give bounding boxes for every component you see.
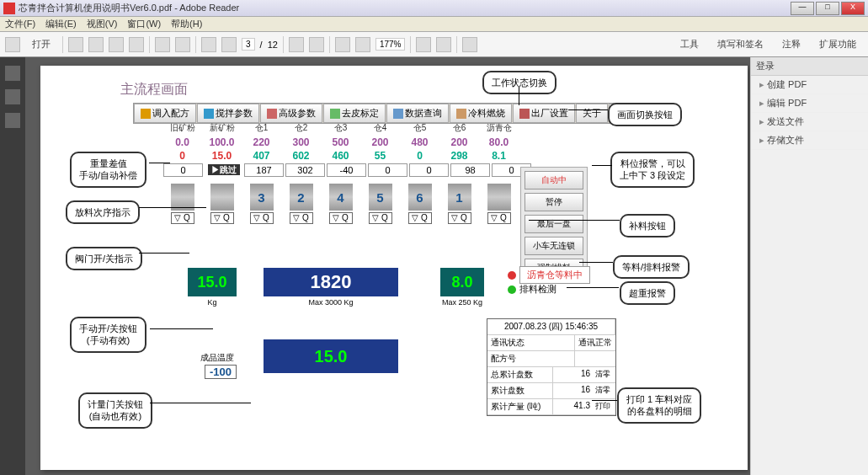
window-title: 芯青拌合计算机使用说明书Ver6.0.pdf - Adobe Reader — [19, 2, 791, 14]
valve-button: ▽ Q — [487, 212, 511, 224]
tool-icon[interactable] — [462, 37, 477, 52]
callout-gate: 计量门关按钮 (自动也有效) — [78, 392, 152, 429]
open-icon[interactable] — [5, 37, 20, 52]
bin-header: 新矿粉 — [202, 120, 242, 136]
maximize-button[interactable]: □ — [816, 2, 839, 15]
callout-manual: 手动开/关按钮 (手动有效) — [70, 317, 146, 353]
info-table: 2007.08.23 (四) 15:46:35 通讯状态通讯正常配方号总累计盘数… — [487, 318, 616, 416]
toolbar: 打开 3 / 12 177% 工具 填写和签名 注释 扩展功能 — [0, 32, 868, 57]
scale-1: 15.0 — [188, 268, 237, 296]
last-batch-button: 最后一盘 — [525, 215, 583, 233]
titlebar: 芯青拌合计算机使用说明书Ver6.0.pdf - Adobe Reader — … — [0, 0, 868, 17]
hopper: 5▽ Q — [360, 184, 400, 224]
close-button[interactable]: X — [841, 2, 865, 15]
attachment-icon[interactable] — [5, 113, 20, 128]
wait-alarm: 沥青仓等料中 — [508, 266, 590, 284]
minimize-button[interactable]: — — [791, 2, 814, 15]
no-interlock-button: 小车无连锁 — [525, 237, 583, 255]
print-icon[interactable] — [155, 37, 170, 52]
callout-print: 打印 1 车料对应 的各盘料的明细 — [617, 387, 701, 424]
menu-help[interactable]: 帮助(H) — [171, 18, 202, 30]
about-button: 关于 — [576, 104, 608, 123]
tools-button[interactable]: 工具 — [674, 36, 706, 52]
select-icon[interactable] — [289, 37, 304, 52]
valve-button: ▽ Q — [369, 212, 392, 224]
callout-screen: 画面切换按钮 — [608, 103, 682, 126]
bin-header: 仓5 — [400, 120, 439, 136]
app-icon — [3, 3, 15, 14]
mixer-display: 15.0 — [264, 339, 398, 373]
create-pdf[interactable]: 创建 PDF — [751, 76, 868, 94]
send-file[interactable]: 发送文件 — [751, 113, 868, 131]
valve-button: ▽ Q — [171, 212, 194, 224]
menu-edit[interactable]: 编辑(E) — [45, 18, 77, 30]
menu-view[interactable]: 视图(V) — [87, 18, 118, 30]
alarm-led-icon — [508, 271, 516, 280]
tool-icon[interactable] — [436, 37, 451, 52]
hopper: 2▽ Q — [281, 184, 321, 224]
tool-icon[interactable] — [88, 37, 104, 52]
hopper: ▽ Q — [202, 184, 242, 224]
info-row: 配方号 — [487, 351, 615, 367]
product-temp-value: -100 — [205, 365, 237, 379]
scale-main-label: Max 3000 Kg — [264, 298, 398, 307]
hopper: ▽ Q — [162, 184, 202, 224]
discharge-check: 排料检测 — [508, 283, 556, 296]
info-row: 通讯状态通讯正常 — [487, 335, 615, 351]
tool-icon[interactable] — [416, 37, 431, 52]
email-icon[interactable] — [175, 37, 190, 52]
info-row: 累计盘数16清零 — [487, 383, 615, 399]
pause-button: 暂停 — [525, 193, 583, 211]
prev-page-icon[interactable] — [201, 37, 216, 52]
product-temp-label: 成品温度 — [200, 352, 234, 364]
valve-button: ▽ Q — [250, 212, 274, 224]
status-led-icon — [508, 286, 516, 294]
valve-button: ▽ Q — [210, 212, 234, 224]
zoom-in-icon[interactable] — [355, 37, 370, 52]
valve-button: ▽ Q — [290, 212, 313, 224]
bin-table: 旧矿粉新矿粉仓1仓2仓3仓4仓5仓6沥青仓 0.0100.02203005002… — [162, 120, 532, 178]
tool-icon[interactable] — [68, 37, 83, 52]
bin-header: 仓3 — [321, 120, 360, 136]
next-page-icon[interactable] — [221, 37, 237, 52]
scale-3: 8.0 — [440, 268, 484, 296]
hoppers: ▽ Q▽ Q3▽ Q2▽ Q4▽ Q5▽ Q6▽ Q1▽ Q▽ Q — [162, 184, 519, 224]
menu-window[interactable]: 窗口(W) — [127, 18, 161, 30]
bookmark-icon[interactable] — [5, 89, 20, 104]
hopper: 6▽ Q — [400, 184, 439, 224]
hopper: 3▽ Q — [242, 184, 281, 224]
timestamp: 2007.08.23 (四) 15:46:35 — [487, 319, 615, 334]
store-file[interactable]: 存储文件 — [751, 131, 868, 150]
hand-icon[interactable] — [309, 37, 324, 52]
auto-button: 自动中 — [525, 171, 583, 189]
info-row: 累计产量 (吨)41.3打印 — [487, 399, 615, 415]
hopper: 1▽ Q — [439, 184, 479, 224]
menu-file[interactable]: 文件(F) — [5, 18, 35, 30]
valve-button: ▽ Q — [448, 212, 471, 224]
bin-header: 仓4 — [360, 120, 400, 136]
bin-header: 仓6 — [439, 120, 479, 136]
tool-icon[interactable] — [129, 37, 144, 52]
zoom-level[interactable]: 177% — [375, 38, 406, 51]
page-current[interactable]: 3 — [242, 38, 255, 51]
menubar: 文件(F) 编辑(E) 视图(V) 窗口(W) 帮助(H) — [0, 17, 868, 32]
tool-icon[interactable] — [109, 37, 124, 52]
signin-label[interactable]: 登录 — [756, 60, 775, 72]
zoom-out-icon[interactable] — [335, 37, 350, 52]
bin-header: 仓2 — [281, 120, 321, 136]
callout-supply: 补料按钮 — [620, 214, 675, 238]
open-button[interactable]: 打开 — [25, 36, 57, 52]
comment-button[interactable]: 注释 — [775, 36, 807, 52]
hopper: ▽ Q — [479, 184, 519, 224]
document-area[interactable]: 主流程画面 调入配方 搅拌参数 高级参数 去皮标定 数据查询 冷料燃烧 出厂设置… — [25, 57, 750, 475]
thumbnail-icon[interactable] — [5, 66, 20, 81]
edit-pdf[interactable]: 编辑 PDF — [751, 94, 868, 113]
sign-button[interactable]: 填写和签名 — [711, 36, 770, 52]
valve-button: ▽ Q — [408, 212, 432, 224]
page-title: 主流程画面 — [120, 81, 188, 99]
pdf-page: 主流程画面 调入配方 搅拌参数 高级参数 去皮标定 数据查询 冷料燃烧 出厂设置… — [40, 66, 748, 470]
callout-level: 料位报警，可以 上中下 3 段设定 — [610, 152, 695, 188]
extend-button[interactable]: 扩展功能 — [812, 36, 863, 52]
callout-valve: 阀门开/关指示 — [66, 247, 142, 270]
bin-header: 仓1 — [242, 120, 281, 136]
